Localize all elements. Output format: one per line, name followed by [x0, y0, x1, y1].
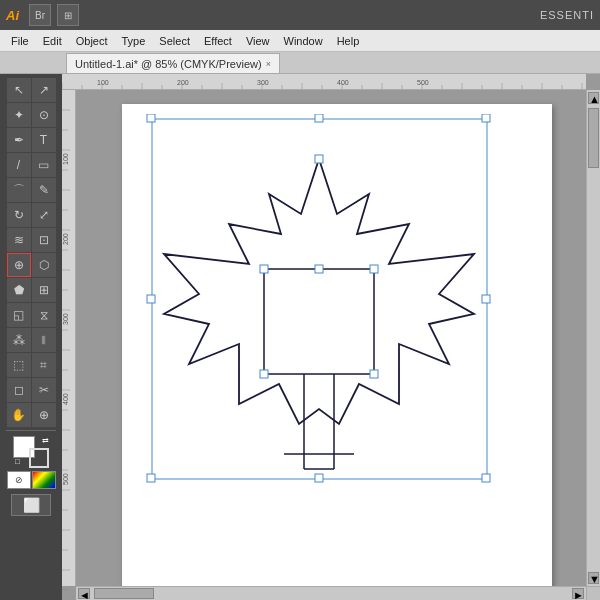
tool-row-3: ✒ T — [7, 128, 56, 152]
scrollbar-left-btn[interactable]: ◄ — [78, 588, 90, 599]
slice-tool[interactable]: ⌗ — [32, 353, 56, 377]
symbol-spray-tool[interactable]: ⁂ — [7, 328, 31, 352]
scissors-tool[interactable]: ✂ — [32, 378, 56, 402]
svg-rect-70 — [482, 474, 490, 482]
svg-rect-75 — [370, 370, 378, 378]
scrollbar-down-btn[interactable]: ▼ — [588, 572, 599, 584]
tool-row-9: ⬟ ⊞ — [7, 278, 56, 302]
gradient-tool[interactable]: ◱ — [7, 303, 31, 327]
svg-text:200: 200 — [62, 233, 69, 245]
rect-tool[interactable]: ▭ — [32, 153, 56, 177]
tab-title: Untitled-1.ai* @ 85% (CMYK/Preview) — [75, 58, 262, 70]
artboard-tool[interactable]: ⬚ — [7, 353, 31, 377]
document-tab[interactable]: Untitled-1.ai* @ 85% (CMYK/Preview) × — [66, 53, 280, 73]
tool-row-4: / ▭ — [7, 153, 56, 177]
stroke-box[interactable] — [29, 448, 49, 468]
scrollbar-right-btn[interactable]: ► — [572, 588, 584, 599]
grid-button[interactable]: ⊞ — [57, 4, 79, 26]
br-button[interactable]: Br — [29, 4, 51, 26]
ai-logo: Ai — [6, 8, 19, 23]
svg-rect-73 — [370, 265, 378, 273]
magic-wand-tool[interactable]: ✦ — [7, 103, 31, 127]
perspective-tool[interactable]: ⬟ — [7, 278, 31, 302]
menu-file[interactable]: File — [4, 33, 36, 49]
tab-close-button[interactable]: × — [266, 59, 271, 69]
hand-tool[interactable]: ✋ — [7, 403, 31, 427]
shape-builder-tool[interactable]: ⊕ — [7, 253, 31, 277]
tool-row-14: ✋ ⊕ — [7, 403, 56, 427]
color-picker-btn[interactable] — [32, 471, 56, 489]
svg-text:300: 300 — [62, 313, 69, 325]
menu-help[interactable]: Help — [330, 33, 367, 49]
artboard — [122, 104, 552, 594]
svg-text:100: 100 — [62, 153, 69, 165]
default-colors-btn[interactable]: □ — [15, 457, 20, 466]
none-color-btn[interactable]: ⊘ — [7, 471, 31, 489]
mesh-tool[interactable]: ⊞ — [32, 278, 56, 302]
scrollbar-corner — [586, 586, 600, 600]
warp-tool[interactable]: ≋ — [7, 228, 31, 252]
scrollbar-horizontal[interactable]: ◄ ► — [76, 586, 586, 600]
menu-select[interactable]: Select — [152, 33, 197, 49]
scrollbar-hthumb[interactable] — [94, 588, 154, 599]
menu-edit[interactable]: Edit — [36, 33, 69, 49]
svg-rect-64 — [315, 114, 323, 122]
svg-rect-67 — [482, 295, 490, 303]
svg-text:100: 100 — [97, 79, 109, 86]
svg-rect-76 — [315, 155, 323, 163]
menu-view[interactable]: View — [239, 33, 277, 49]
rotate-tool[interactable]: ↻ — [7, 203, 31, 227]
blend-tool[interactable]: ⧖ — [32, 303, 56, 327]
direct-selection-tool[interactable]: ↗ — [32, 78, 56, 102]
toolbar-separator — [6, 430, 56, 431]
main-layout: ↖ ↗ ✦ ⊙ ✒ T / ▭ ⌒ ✎ ↻ ⤢ ≋ ⊡ — [0, 74, 600, 600]
brush-tool[interactable]: ⌒ — [7, 178, 31, 202]
application-bar: Ai Br ⊞ ESSENTI — [0, 0, 600, 30]
text-tool[interactable]: T — [32, 128, 56, 152]
graph-tool[interactable]: ⦀ — [32, 328, 56, 352]
tool-row-6: ↻ ⤢ — [7, 203, 56, 227]
screen-mode-btn[interactable]: ⬜ — [11, 494, 51, 516]
tool-row-7: ≋ ⊡ — [7, 228, 56, 252]
svg-text:200: 200 — [177, 79, 189, 86]
tool-row-11: ⁂ ⦀ — [7, 328, 56, 352]
tool-row-13: ◻ ✂ — [7, 378, 56, 402]
pen-tool[interactable]: ✒ — [7, 128, 31, 152]
free-transform-tool[interactable]: ⊡ — [32, 228, 56, 252]
scrollbar-up-btn[interactable]: ▲ — [588, 92, 599, 104]
tool-row-12: ⬚ ⌗ — [7, 353, 56, 377]
menu-object[interactable]: Object — [69, 33, 115, 49]
svg-text:400: 400 — [62, 393, 69, 405]
live-paint-tool[interactable]: ⬡ — [32, 253, 56, 277]
color-mode-row: ⊘ — [7, 471, 56, 489]
fill-stroke-controls[interactable]: ⇄ □ — [13, 436, 49, 468]
svg-text:500: 500 — [62, 473, 69, 485]
tool-row-1: ↖ ↗ — [7, 78, 56, 102]
zoom-tool[interactable]: ⊕ — [32, 403, 56, 427]
tools-panel: ↖ ↗ ✦ ⊙ ✒ T / ▭ ⌒ ✎ ↻ ⤢ ≋ ⊡ — [0, 74, 62, 600]
lasso-tool[interactable]: ⊙ — [32, 103, 56, 127]
svg-rect-66 — [147, 295, 155, 303]
svg-rect-69 — [315, 474, 323, 482]
tool-row-10: ◱ ⧖ — [7, 303, 56, 327]
pencil-tool[interactable]: ✎ — [32, 178, 56, 202]
scale-tool[interactable]: ⤢ — [32, 203, 56, 227]
line-tool[interactable]: / — [7, 153, 31, 177]
svg-rect-71 — [264, 269, 374, 374]
menu-window[interactable]: Window — [277, 33, 330, 49]
svg-rect-72 — [260, 265, 268, 273]
eraser-tool[interactable]: ◻ — [7, 378, 31, 402]
selection-tool[interactable]: ↖ — [7, 78, 31, 102]
tool-row-5: ⌒ ✎ — [7, 178, 56, 202]
scrollbar-vertical[interactable]: ▲ ▼ — [586, 90, 600, 586]
swap-colors-btn[interactable]: ⇄ — [42, 436, 49, 445]
artwork-canvas — [142, 114, 502, 574]
menu-type[interactable]: Type — [115, 33, 153, 49]
svg-rect-77 — [315, 265, 323, 273]
ruler-horizontal: 100 200 300 400 500 — [62, 74, 586, 90]
canvas-area[interactable]: 100 200 300 400 500 — [62, 74, 600, 600]
tool-row-8: ⊕ ⬡ — [7, 253, 56, 277]
menu-effect[interactable]: Effect — [197, 33, 239, 49]
scrollbar-thumb[interactable] — [588, 108, 599, 168]
svg-rect-62 — [152, 119, 487, 479]
